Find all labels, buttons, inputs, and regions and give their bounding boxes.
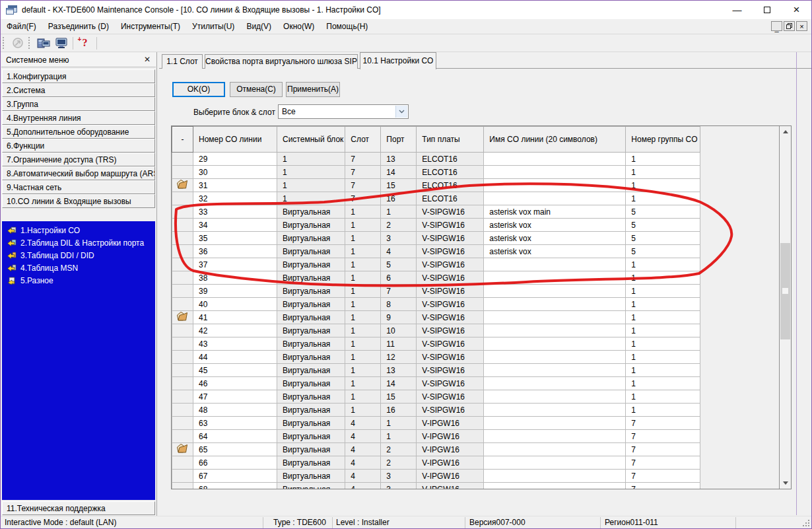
row-selector-cell[interactable] [172, 364, 193, 377]
menu-view[interactable]: Вид(V) [240, 19, 277, 34]
co-name-cell[interactable]: asterisk vox [484, 245, 626, 258]
co-name-cell[interactable] [484, 470, 626, 483]
co-line-number-cell[interactable]: 45 [193, 364, 277, 377]
col-slot[interactable]: Слот [345, 127, 381, 153]
help-icon[interactable]: ? [77, 36, 93, 50]
row-selector-cell[interactable] [172, 377, 193, 390]
co-name-cell[interactable] [484, 258, 626, 271]
row-selector-cell[interactable] [172, 483, 193, 490]
co-group-cell[interactable]: 1 [626, 179, 700, 192]
row-selector-cell[interactable] [172, 324, 193, 337]
col-co-line-number[interactable]: Номер CO линии [193, 127, 277, 153]
row-selector-cell[interactable] [172, 271, 193, 285]
co-group-cell[interactable]: 1 [626, 364, 700, 377]
menu-tools[interactable]: Инструменты(T) [115, 19, 186, 34]
co-group-cell[interactable]: 5 [626, 232, 700, 245]
scrollbar-thumb[interactable] [780, 243, 790, 339]
co-name-cell[interactable] [484, 324, 626, 337]
subitem-co-settings[interactable]: 1.Настройки CO [2, 224, 155, 236]
apply-button[interactable]: Применить(A) [286, 82, 340, 97]
co-line-number-cell[interactable]: 46 [193, 377, 277, 390]
co-group-cell[interactable]: 1 [626, 258, 700, 271]
row-selector-cell[interactable] [172, 351, 193, 364]
subitem-msn-table[interactable]: 4.Таблица MSN [2, 262, 155, 274]
co-line-number-cell[interactable]: 65 [193, 443, 277, 456]
co-group-cell[interactable]: 1 [626, 337, 700, 351]
co-name-cell[interactable] [484, 337, 626, 351]
co-line-number-cell[interactable]: 41 [193, 311, 277, 324]
co-line-number-cell[interactable]: 38 [193, 271, 277, 285]
maximize-button[interactable] [752, 1, 782, 19]
co-line-number-cell[interactable]: 37 [193, 258, 277, 271]
toolbar-grip[interactable] [3, 37, 6, 49]
co-name-cell[interactable] [484, 192, 626, 205]
co-group-cell[interactable]: 5 [626, 245, 700, 258]
co-name-cell[interactable] [484, 417, 626, 430]
co-name-cell[interactable]: asterisk vox main [484, 205, 626, 219]
col-port[interactable]: Порт [381, 127, 417, 153]
row-selector-cell[interactable] [172, 390, 193, 404]
co-group-cell[interactable]: 1 [626, 377, 700, 390]
close-button[interactable]: × [782, 1, 811, 19]
row-selector-cell[interactable] [172, 337, 193, 351]
menu-disconnect[interactable]: Разъединить (D) [42, 19, 115, 34]
co-line-number-cell[interactable]: 29 [193, 153, 277, 166]
co-name-cell[interactable] [484, 285, 626, 298]
co-line-number-cell[interactable]: 33 [193, 205, 277, 219]
sidebar-item-maintenance[interactable]: 11.Техническая поддержка [2, 501, 155, 515]
co-group-cell[interactable]: 7 [626, 417, 700, 430]
connect-mode-icon[interactable] [9, 36, 26, 50]
subitem-miscellaneous[interactable]: 5.Разное [2, 274, 155, 287]
co-name-cell[interactable] [484, 456, 626, 470]
co-name-cell[interactable] [484, 166, 626, 179]
vertical-scrollbar[interactable] [779, 126, 791, 489]
row-selector-cell[interactable] [172, 470, 193, 483]
system-menu-close-icon[interactable]: ✕ [142, 55, 152, 65]
co-line-number-cell[interactable]: 63 [193, 417, 277, 430]
row-selector-cell[interactable] [172, 258, 193, 271]
co-group-cell[interactable]: 1 [626, 351, 700, 364]
sidebar-item-configuration[interactable]: 1.Конфигурация [2, 69, 155, 83]
co-name-cell[interactable] [484, 179, 626, 192]
row-selector-cell[interactable] [172, 205, 193, 219]
subitem-ddi-did-table[interactable]: 3.Таблица DDI / DID [2, 249, 155, 262]
menu-file[interactable]: Файл(F) [1, 19, 42, 34]
co-line-number-cell[interactable]: 67 [193, 470, 277, 483]
co-group-cell[interactable]: 1 [626, 192, 700, 205]
sidebar-item-group[interactable]: 3.Группа [2, 97, 155, 111]
minimize-button[interactable]: — [722, 1, 752, 19]
resize-grip-icon[interactable] [803, 520, 810, 527]
co-line-number-cell[interactable]: 39 [193, 285, 277, 298]
col-system-block[interactable]: Системный блок [277, 127, 345, 153]
tab-slot[interactable]: 1.1 Слот [162, 54, 203, 69]
col-co-name[interactable]: Имя CO линии (20 символов) [484, 127, 626, 153]
row-selector-cell[interactable] [172, 298, 193, 311]
block-slot-combobox[interactable]: Все [278, 104, 409, 119]
co-group-cell[interactable]: 1 [626, 324, 700, 337]
row-selector-cell[interactable] [172, 153, 193, 166]
co-line-number-cell[interactable]: 40 [193, 298, 277, 311]
tab-sip-gateway-port[interactable]: Свойства порта виртуального шлюза SIP [205, 54, 358, 69]
row-selector-cell[interactable] [172, 192, 193, 205]
sidebar-item-optional-device[interactable]: 5.Дополнительное оборудование [2, 125, 155, 139]
row-selector-cell[interactable] [172, 166, 193, 179]
co-group-cell[interactable]: 1 [626, 285, 700, 298]
co-name-cell[interactable] [484, 298, 626, 311]
toolbar-grip[interactable] [28, 37, 32, 49]
row-selector-cell[interactable] [172, 232, 193, 245]
mdi-minimize-button[interactable]: _ [771, 21, 782, 31]
co-name-cell[interactable] [484, 430, 626, 443]
sidebar-item-private-network[interactable]: 9.Частная сеть [2, 180, 155, 194]
menu-window[interactable]: Окно(W) [277, 19, 320, 34]
co-line-number-cell[interactable]: 31 [193, 179, 277, 192]
tab-co-settings[interactable]: 10.1 Настройки CO [360, 52, 436, 69]
co-line-number-cell[interactable]: 68 [193, 483, 277, 490]
sidebar-item-co-incoming[interactable]: 10.CO линии & Входящие вызовы [2, 194, 155, 208]
co-name-cell[interactable] [484, 364, 626, 377]
mdi-close-button[interactable]: × [796, 21, 807, 31]
row-selector-cell[interactable] [172, 179, 193, 192]
co-line-number-cell[interactable]: 66 [193, 456, 277, 470]
co-group-cell[interactable]: 1 [626, 298, 700, 311]
row-selector-cell[interactable] [172, 417, 193, 430]
co-name-cell[interactable] [484, 351, 626, 364]
